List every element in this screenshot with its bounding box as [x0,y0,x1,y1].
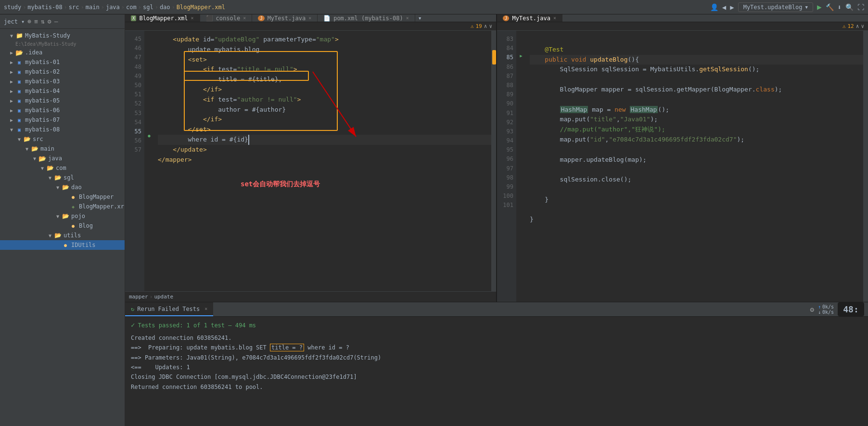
project-label: ject ▾ [4,18,25,25]
module-07-icon: ▣ [15,116,23,124]
tree-idutils[interactable]: ● IDUtils [0,240,125,250]
right-scrollbar[interactable] [863,31,868,302]
right-line-numbers: 83 84 85 86 87 88 89 90 91 92 93 94 95 9… [497,31,516,302]
top-bar: study › mybatis-08 › src › main › java ›… [0,0,868,14]
right-code-area[interactable]: @Test public void updateBlog(){ SqlSessi… [526,31,863,302]
sidebar-settings-icon[interactable]: ⚙ [48,18,51,25]
tree-com-label: com [56,165,66,171]
ln-48: 48 [125,63,141,72]
tab-overflow-button[interactable]: ▾ [415,14,425,22]
user-icon[interactable]: 👤 [710,3,718,11]
tree-utils[interactable]: ▼ 📂 utils [0,231,125,240]
left-scrollbar[interactable] [491,31,496,291]
tab-mytest-right-close[interactable]: × [553,15,556,21]
deploy-icon[interactable]: ⬇ [838,3,842,11]
bottom-panel-tabs: ↻ Rerun Failed Tests × ⚙ ↑ 0k/s [125,302,868,317]
sidebar-toolbar: ject ▾ ⊕ ≡ ⇅ ⚙ — [0,14,125,29]
bottom-tab-close[interactable]: × [204,306,207,311]
tree-idea[interactable]: ▶ 📂 .idea [0,48,125,57]
tab-console-close[interactable]: × [243,15,246,21]
tree-main[interactable]: ▼ 📂 main [0,144,125,154]
tree-mybatis-05[interactable]: ▶ ▣ mybatis-05 [0,96,125,105]
left-code-area[interactable]: <update id="updateBlog" parameterType="m… [154,31,491,291]
tree-java[interactable]: ▼ 📂 java [0,154,125,163]
right-tabs: J MyTest.java × [497,14,868,22]
rln-99: 99 [497,182,513,192]
sidebar-minimize-icon[interactable]: — [54,18,58,25]
terminal-line-2: ==> Preparing: update mybatis.blog SET t… [131,343,862,352]
tree-blogmapperxr[interactable]: ◆ BlogMapper.xr [0,202,125,211]
ln-51: 51 [125,90,141,99]
tree-mybatis-01[interactable]: ▶ ▣ mybatis-01 [0,57,125,67]
left-warning-count: ⚠ 19 ∧ ∨ [471,23,492,29]
download-arrow-icon: ↓ [818,310,821,315]
settings-gear-icon[interactable]: ⚙ [810,306,814,313]
tab-console[interactable]: ⬛ console × [200,14,253,22]
tree-blog[interactable]: ● Blog [0,221,125,231]
tab-pom-close[interactable]: × [406,15,409,21]
tab-mytest-right[interactable]: J MyTest.java × [497,14,562,22]
rcode-92: //map.put("author","狂神说"); [530,125,863,135]
tree-src[interactable]: ▼ 📂 src [0,134,125,144]
module-02-icon: ▣ [15,68,23,76]
chevron-down-icon: ▾ [418,14,422,22]
build-icon[interactable]: 🔨 [826,3,834,11]
rcode-86: SqlSession sqlSession = MybatisUtils.get… [530,65,863,75]
tab-blogmapper-close[interactable]: × [191,15,194,21]
counter-value: 48: [843,304,859,314]
sidebar-filter-icon[interactable]: ⇅ [41,18,45,25]
search-icon[interactable]: 🔍 [845,3,854,11]
tree-dao-label: dao [71,184,82,191]
maximize-icon[interactable]: ⛶ [857,3,864,11]
tree-sgl[interactable]: ▼ 📂 sgl [0,173,125,182]
left-warning-bar: ⚠ 19 ∧ ∨ [125,22,496,31]
code-line-54: </set> [158,125,491,135]
xml-icon: X [131,15,136,21]
module-01-icon: ▣ [15,58,23,66]
up-icon[interactable]: ∧ [484,23,487,29]
rcode-83 [530,35,863,45]
tree-dao[interactable]: ▼ 📂 dao [0,182,125,192]
run-gutter-icon[interactable]: ▶ [520,53,522,58]
rln-83: 83 [497,35,513,44]
tree-mybatis-02[interactable]: ▶ ▣ mybatis-02 [0,67,125,77]
ln-54: 54 [125,118,141,127]
tab-mytest-close[interactable]: × [308,15,311,21]
tree-mybatis-07[interactable]: ▶ ▣ mybatis-07 [0,115,125,125]
tree-mybatis-04[interactable]: ▶ ▣ mybatis-04 [0,86,125,96]
rln-101: 101 [497,201,513,210]
tree-mybatis-03[interactable]: ▶ ▣ mybatis-03 [0,77,125,86]
tree-com[interactable]: ▼ 📂 com [0,163,125,173]
folder-dao-icon: 📂 [62,183,69,191]
rln-85: 85 [497,53,513,62]
upload-arrow-icon: ↑ [818,304,821,310]
forward-icon[interactable]: ▶ [730,3,734,11]
tab-blogmapper-xml[interactable]: X BlogMapper.xml × [125,14,200,22]
tree-pojo-label: pojo [71,213,85,219]
tree-mybatis-08[interactable]: ▼ ▣ mybatis-08 [0,125,125,134]
test-status-row: ✓ Tests passed: 1 of 1 test – 494 ms [131,320,862,331]
bottom-tab-rerun[interactable]: ↻ Rerun Failed Tests × [125,302,213,316]
tab-pom-xml[interactable]: 📄 pom.xml (mybatis-08) × [318,14,415,22]
sidebar-sort-icon[interactable]: ≡ [34,18,38,25]
rln-88: 88 [497,81,513,90]
ln-46: 46 [125,44,141,53]
code-line-49: title = #{title}, [158,75,491,85]
tree-pojo[interactable]: ▼ 📂 pojo [0,211,125,221]
tab-mytest-java[interactable]: J MyTest.java × [252,14,318,22]
run-icon[interactable]: ▶ [817,2,822,12]
right-down-icon[interactable]: ∨ [861,23,864,29]
tree-blogmapper[interactable]: ● BlogMapper [0,192,125,202]
right-up-icon[interactable]: ∧ [856,23,859,29]
sidebar-scope-icon[interactable]: ⊕ [27,18,31,25]
tree-mybatis-06[interactable]: ▶ ▣ mybatis-06 [0,105,125,115]
rcode-88: BlogMapper mapper = sqlSession.getMapper… [530,85,863,95]
breadcrumb-update: update [154,294,173,300]
terminal-line-1: Created connection 603856241. [131,333,862,343]
tree-mybatis-01-label: mybatis-01 [25,59,60,65]
run-config-selector[interactable]: MyTest.updateBlog ▼ [738,2,813,12]
down-icon[interactable]: ∨ [489,23,492,29]
warning-triangle-icon: ⚠ [471,23,474,29]
back-icon[interactable]: ◀ [722,3,726,11]
tree-root[interactable]: ▼ 📁 MyBatis-Study [0,31,125,40]
